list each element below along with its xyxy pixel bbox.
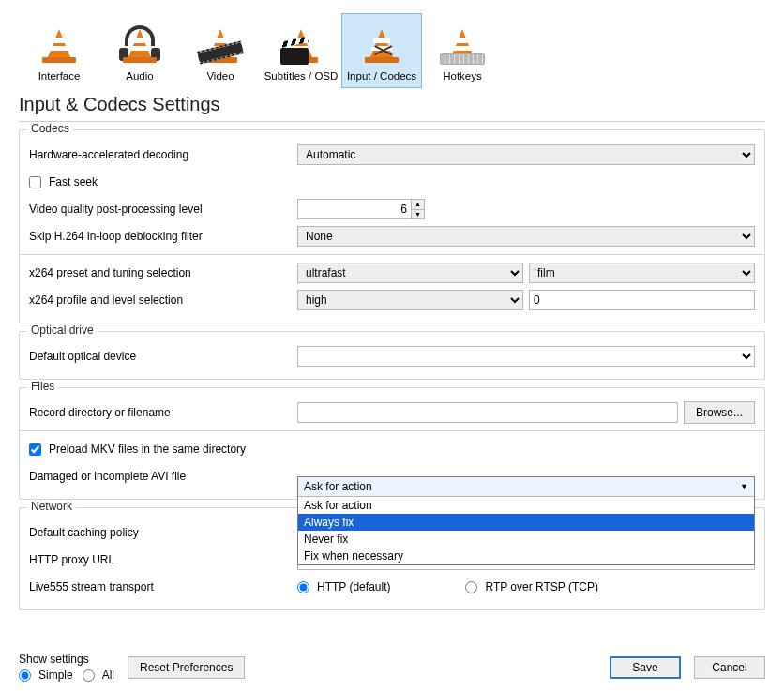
show-all-radio[interactable]: All: [83, 668, 114, 682]
tab-label: Video: [206, 70, 234, 82]
group-title: Files: [27, 380, 58, 393]
spin-up-icon[interactable]: ▲: [412, 200, 424, 210]
live555-label: Live555 stream transport: [29, 580, 290, 593]
caching-label: Default caching policy: [29, 526, 290, 539]
clapboard-cone-icon: [279, 24, 323, 68]
show-simple-radio[interactable]: Simple: [19, 668, 73, 682]
cone-tools-icon: [360, 24, 403, 68]
tab-label: Hotkeys: [443, 70, 482, 82]
reset-preferences-button[interactable]: Reset Preferences: [128, 656, 245, 679]
video-quality-label: Video quality post-processing level: [29, 203, 290, 216]
headphones-cone-icon: [118, 24, 161, 68]
damaged-avi-option[interactable]: Fix when necessary: [298, 548, 754, 564]
spin-down-icon[interactable]: ▼: [412, 210, 424, 219]
fast-seek-checkbox[interactable]: Fast seek: [29, 175, 98, 188]
x264-preset-label: x264 preset and tuning selection: [29, 266, 290, 279]
tab-hotkeys[interactable]: Hotkeys: [422, 13, 503, 88]
tab-label: Audio: [126, 70, 153, 82]
group-divider: [20, 430, 764, 431]
group-optical: Optical drive Default optical device: [19, 331, 765, 380]
tab-label: Input / Codecs: [347, 70, 416, 82]
show-settings-label: Show settings: [19, 653, 114, 666]
skip-deblock-label: Skip H.264 in-loop deblocking filter: [29, 230, 290, 243]
keyboard-cone-icon: [441, 24, 484, 68]
default-optical-select[interactable]: [297, 346, 755, 367]
video-quality-input[interactable]: [298, 200, 411, 218]
page-title: Input & Codecs Settings: [19, 94, 765, 115]
skip-deblock-select[interactable]: None: [297, 226, 755, 247]
live555-rtp-label: RTP over RTSP (TCP): [485, 580, 597, 593]
live555-http-radio[interactable]: HTTP (default): [297, 580, 390, 593]
record-dir-input[interactable]: [297, 402, 678, 423]
preload-mkv-checkbox[interactable]: Preload MKV files in the same directory: [29, 443, 246, 456]
film-cone-icon: [199, 24, 242, 68]
simple-label: Simple: [38, 668, 73, 682]
preload-mkv-label: Preload MKV files in the same directory: [49, 443, 246, 456]
x264-preset-select[interactable]: ultrafast: [297, 263, 523, 283]
x264-profile-label: x264 profile and level selection: [29, 293, 290, 307]
tab-video[interactable]: Video: [180, 13, 261, 88]
damaged-avi-dropdown[interactable]: Ask for action ▼ Ask for actionAlways fi…: [297, 476, 755, 565]
tab-audio[interactable]: Audio: [99, 13, 180, 88]
cone-icon: [38, 24, 81, 68]
group-divider: [20, 254, 764, 255]
fast-seek-label: Fast seek: [49, 175, 98, 188]
tab-label: Interface: [38, 70, 81, 82]
default-optical-label: Default optical device: [29, 350, 290, 363]
damaged-avi-option[interactable]: Always fix: [298, 514, 754, 531]
live555-http-label: HTTP (default): [317, 580, 390, 593]
record-dir-label: Record directory or filename: [29, 406, 290, 419]
x264-level-input[interactable]: [529, 290, 755, 310]
hw-decoding-select[interactable]: Automatic: [297, 144, 755, 165]
damaged-avi-label: Damaged or incomplete AVI file: [29, 470, 290, 483]
video-quality-spinbox[interactable]: ▲ ▼: [297, 199, 425, 219]
cancel-button[interactable]: Cancel: [694, 656, 765, 679]
x264-tuning-select[interactable]: film: [529, 263, 755, 283]
category-tabs: Interface Audio Video Subtitles / OSD: [19, 13, 765, 88]
damaged-avi-value: Ask for action: [304, 480, 372, 493]
chevron-down-icon: ▼: [740, 482, 748, 491]
live555-rtp-radio[interactable]: RTP over RTSP (TCP): [465, 580, 597, 593]
save-button[interactable]: Save: [610, 656, 681, 679]
browse-button[interactable]: Browse...: [684, 401, 755, 424]
group-codecs: Codecs Hardware-accelerated decoding Aut…: [19, 129, 765, 323]
all-label: All: [102, 668, 114, 682]
group-title: Optical drive: [27, 323, 98, 337]
group-title: Network: [27, 500, 76, 513]
http-proxy-label: HTTP proxy URL: [29, 553, 290, 566]
hw-decoding-label: Hardware-accelerated decoding: [29, 148, 290, 161]
title-divider: [19, 121, 765, 122]
x264-profile-select[interactable]: high: [297, 290, 523, 310]
damaged-avi-option[interactable]: Ask for action: [298, 497, 754, 514]
tab-input-codecs[interactable]: Input / Codecs: [341, 13, 422, 88]
footer: Show settings Simple All Reset Preferenc…: [19, 653, 765, 682]
damaged-avi-select[interactable]: Ask for action ▼: [298, 477, 754, 497]
damaged-avi-option[interactable]: Never fix: [298, 531, 754, 548]
tab-subtitles[interactable]: Subtitles / OSD: [261, 13, 341, 88]
tab-label: Subtitles / OSD: [264, 70, 339, 82]
tab-interface[interactable]: Interface: [19, 13, 99, 88]
group-title: Codecs: [27, 122, 73, 135]
